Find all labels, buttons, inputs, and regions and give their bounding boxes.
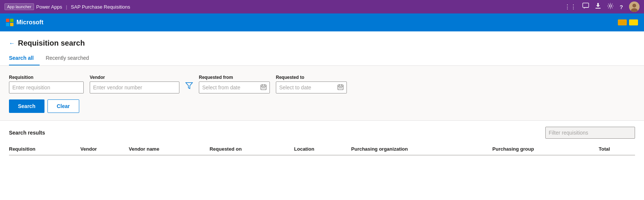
microsoft-logo: Microsoft <box>6 19 43 26</box>
ms-bar-icon-1[interactable] <box>618 19 627 25</box>
col-purchasing-org: Purchasing organization <box>351 143 493 155</box>
filter-icon[interactable] <box>185 82 193 93</box>
requested-from-date-wrapper[interactable] <box>199 81 270 93</box>
results-table: Requisition Vendor Vendor name Requested… <box>9 143 635 156</box>
svg-point-2 <box>609 5 611 7</box>
download-icon[interactable] <box>595 3 601 11</box>
svg-rect-6 <box>261 85 266 90</box>
help-icon[interactable]: ? <box>620 4 623 10</box>
col-vendor: Vendor <box>80 143 129 155</box>
app-launcher-button[interactable]: App launcher <box>4 3 34 10</box>
nav-divider: | <box>66 4 67 10</box>
svg-point-4 <box>632 4 636 7</box>
svg-rect-0 <box>583 3 589 7</box>
col-requisition: Requisition <box>9 143 80 155</box>
requested-to-field: Requested to <box>276 75 347 93</box>
microsoft-label: Microsoft <box>16 19 43 26</box>
app-name-label: SAP Purchase Requisitions <box>71 4 130 10</box>
svg-rect-7 <box>262 87 263 88</box>
col-location: Location <box>294 143 351 155</box>
vendor-label: Vendor <box>90 75 179 80</box>
svg-rect-9 <box>264 87 265 88</box>
col-total: Total <box>599 143 635 155</box>
col-purchasing-group: Purchasing group <box>492 143 598 155</box>
svg-rect-10 <box>338 85 343 90</box>
col-requested-on: Requested on <box>210 143 294 155</box>
page-title: Requisition search <box>18 39 85 47</box>
requested-from-field: Requested from <box>199 75 270 93</box>
requested-to-label: Requested to <box>276 75 347 80</box>
chat-icon[interactable] <box>582 3 589 11</box>
vendor-input[interactable] <box>90 81 179 93</box>
requested-from-calendar-icon[interactable] <box>261 84 266 91</box>
svg-rect-11 <box>339 87 340 88</box>
search-button[interactable]: Search <box>9 99 44 113</box>
ms-bar-right-icons <box>618 19 638 25</box>
svg-rect-12 <box>340 87 341 88</box>
back-button[interactable]: ← <box>9 40 15 47</box>
action-buttons: Search Clear <box>9 99 635 113</box>
svg-rect-13 <box>341 87 342 88</box>
requested-from-label: Requested from <box>199 75 270 80</box>
ms-bar-icon-2[interactable] <box>629 19 638 25</box>
nav-power-apps[interactable]: Power Apps <box>36 4 62 10</box>
filter-requisitions-input[interactable] <box>545 127 635 139</box>
requested-from-input[interactable] <box>202 84 259 90</box>
settings-icon[interactable] <box>607 3 614 11</box>
svg-rect-8 <box>263 87 264 88</box>
requisition-label: Requisition <box>9 75 84 80</box>
requisition-input[interactable] <box>9 81 84 93</box>
requested-to-input[interactable] <box>279 84 336 90</box>
requested-to-calendar-icon[interactable] <box>338 84 343 91</box>
requested-to-date-wrapper[interactable] <box>276 81 347 93</box>
tab-recently-searched[interactable]: Recently searched <box>46 52 95 65</box>
results-title: Search results <box>9 130 45 136</box>
requisition-field: Requisition <box>9 75 84 93</box>
tab-bar: Search all Recently searched <box>9 52 635 65</box>
waffle-icon[interactable]: ⋮⋮ <box>564 3 576 10</box>
user-avatar[interactable] <box>629 1 640 12</box>
vendor-field: Vendor <box>90 75 179 93</box>
clear-button[interactable]: Clear <box>47 99 79 113</box>
tab-search-all[interactable]: Search all <box>9 52 40 65</box>
col-vendor-name: Vendor name <box>129 143 210 155</box>
svg-rect-1 <box>595 8 601 9</box>
